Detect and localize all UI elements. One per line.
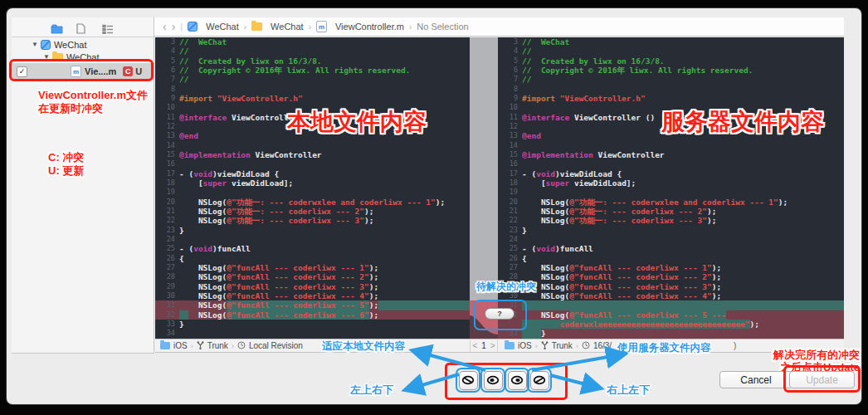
code-line: 22 NSLog(@"功能一: --- coderliwx --- 3"); — [155, 216, 470, 225]
line-number: 10 — [498, 103, 522, 112]
line-number: 14 — [155, 141, 179, 150]
code-line: 27 NSLog(@"funcAll --- coderliwx --- 1")… — [155, 263, 470, 272]
code-text: coderwxleeeeeeeeeeeeeeeeeeeeeeeeeeeeeee"… — [522, 320, 844, 329]
conflict-counter-value: 1 — [481, 341, 486, 350]
jump-bar-item[interactable]: iOS — [173, 341, 188, 350]
line-number: 24 — [498, 235, 522, 244]
line-number: 16 — [155, 159, 179, 168]
jump-bar-item[interactable]: iOS — [518, 341, 532, 350]
code-line: 21 NSLog(@"功能一: --- coderliwx --- 2"); — [155, 207, 470, 216]
code-text: #import "ViewController.h" — [179, 94, 470, 103]
code-line: 18 [super viewDidLoad]; — [155, 178, 470, 188]
jump-bar-item[interactable]: Trunk — [207, 341, 228, 350]
code-line: 33} — [155, 320, 470, 329]
code-text: NSLog(@"功能一: --- coderliwx --- 2"); — [179, 207, 470, 216]
sidebar-item-project-wechat[interactable]: ▼ WeChat — [12, 38, 173, 51]
document-icon[interactable] — [76, 22, 89, 32]
previous-conflict-button[interactable]: < — [472, 341, 477, 350]
code-line: 20 NSLog(@"功能一: --- coderwxlee and coder… — [498, 198, 844, 207]
disclosure-triangle-icon[interactable]: ▼ — [32, 41, 38, 48]
line-number: 25 — [155, 244, 179, 253]
line-number: 7 — [498, 75, 522, 84]
next-conflict-button[interactable]: > — [490, 341, 495, 350]
line-number: 5 — [155, 56, 179, 66]
code-text: } — [522, 226, 844, 235]
forward-chevron-icon[interactable]: › — [172, 21, 176, 32]
breadcrumb-item-selection[interactable]: No Selection — [417, 22, 468, 32]
code-text: NSLog(@"funcAll --- coderliwx --- 5 --- — [522, 310, 844, 320]
annotation-box-update-button — [783, 365, 861, 393]
folder-icon[interactable] — [51, 22, 63, 32]
jump-bar-separator: › — [232, 342, 234, 350]
line-number: 19 — [155, 188, 179, 197]
code-text: [super viewDidLoad]; — [522, 178, 844, 188]
server-file-editor[interactable]: 3// WeChat4//5// Created by liwx on 16/3… — [498, 37, 844, 339]
code-line: 3// WeChat — [155, 37, 470, 46]
line-number: 12 — [155, 122, 179, 131]
line-number: 34 — [155, 329, 179, 338]
code-line: 29 NSLog(@"funcAll --- coderliwx --- 3")… — [155, 282, 470, 291]
code-line: 24 — [498, 235, 844, 244]
code-line: 14 — [498, 141, 844, 150]
code-text: NSLog(@"功能一: --- coderwxlee and coderliw… — [522, 198, 844, 207]
jump-bar-suffix: ) — [734, 341, 736, 350]
code-text: // — [522, 75, 844, 84]
cancel-button[interactable]: Cancel — [719, 371, 792, 388]
line-number: 8 — [498, 85, 522, 94]
jump-bar-item[interactable]: Local Revision — [249, 341, 303, 350]
breadcrumb-item-group[interactable]: WeChat — [271, 22, 304, 32]
line-number: 3 — [498, 37, 522, 46]
list-icon[interactable] — [102, 22, 115, 32]
line-number: 26 — [155, 254, 179, 263]
code-line: 6// Copyright © 2016年 liwx. All rights r… — [155, 66, 470, 75]
code-line: 7// — [498, 75, 844, 84]
breadcrumb-item-project[interactable]: WeChat — [206, 22, 239, 32]
annotation-box-conflict-pill — [474, 300, 527, 330]
code-line: 30 NSLog(@"funcAll --- coderliwx --- 4")… — [155, 291, 470, 300]
local-file-editor[interactable]: 3// WeChat4//5// Created by liwx on 16/3… — [155, 37, 470, 339]
code-text — [522, 159, 844, 168]
code-line: 19 — [155, 188, 470, 197]
annotation-use-server: 使用服务器文件内容 — [617, 341, 711, 355]
code-line: 9#import "ViewController.h" — [498, 94, 844, 103]
line-number: 33 — [155, 320, 179, 329]
code-text: NSLog(@"funcAll --- coderliwx --- 5"); — [179, 300, 470, 310]
jump-bar-item[interactable]: 16/3/ — [593, 341, 612, 350]
code-line: 28 NSLog(@"funcAll --- coderliwx --- 2")… — [498, 272, 844, 281]
code-text — [179, 159, 470, 168]
breadcrumb-item-file[interactable]: ViewController.m — [335, 22, 404, 32]
code-line: 29 NSLog(@"funcAll --- coderliwx --- 3")… — [498, 282, 844, 291]
annotation-box-merge-buttons — [445, 363, 568, 400]
code-line: 28 NSLog(@"funcAll --- coderliwx --- 2")… — [155, 272, 470, 281]
line-number: 9 — [155, 94, 179, 103]
code-text — [179, 235, 470, 244]
code-line: 32 NSLog(@"funcAll --- coderliwx --- 5 -… — [498, 310, 844, 320]
line-number: 30 — [155, 291, 179, 300]
line-number: 6 — [155, 66, 179, 75]
line-number: 12 — [498, 122, 522, 131]
clock-icon — [582, 341, 590, 351]
code-line: 23} — [155, 226, 470, 235]
line-number: 10 — [155, 103, 179, 112]
line-number: 23 — [155, 226, 179, 235]
back-chevron-icon[interactable]: ‹ — [163, 21, 167, 32]
code-text: // Created by liwx on 16/3/8. — [179, 56, 470, 66]
annotation-update-note-line1: 解决完所有的冲突 — [773, 349, 860, 361]
line-number: 6 — [498, 66, 522, 75]
line-number: 5 — [498, 56, 522, 66]
line-number: 29 — [155, 282, 179, 291]
code-line: 8 — [498, 85, 844, 94]
line-number: 21 — [155, 207, 179, 216]
code-text: // — [522, 46, 844, 56]
jump-bar-separator: › — [576, 342, 578, 350]
breadcrumb: ‹ › | WeChat › WeChat › m ViewController… — [154, 17, 844, 37]
code-text — [522, 235, 844, 244]
code-line: 26{ — [498, 254, 844, 263]
code-line: 17- (void)viewDidLoad { — [498, 169, 844, 178]
local-jump-bar: iOS › Trunk › Local Revision — [155, 339, 470, 353]
code-text: // Copyright © 2016年 liwx. All rights re… — [522, 66, 844, 75]
jump-bar-item[interactable]: Trunk — [552, 341, 573, 350]
code-text: // Created by liwx on 16/3/8. — [522, 56, 844, 66]
line-number: 28 — [155, 272, 179, 281]
code-text: @implementation ViewController — [522, 150, 844, 159]
